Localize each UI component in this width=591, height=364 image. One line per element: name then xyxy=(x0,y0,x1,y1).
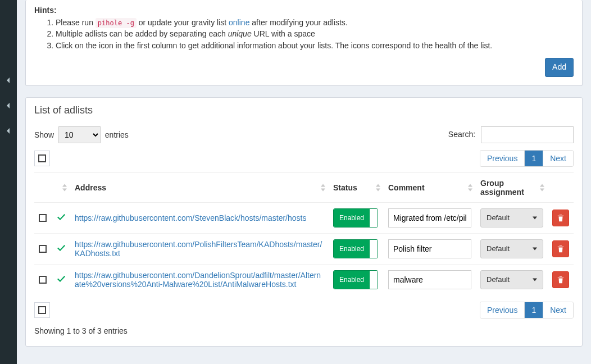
adlists-box: List of adlists Show 10 entries Search: xyxy=(25,97,583,347)
col-delete xyxy=(548,172,574,202)
delete-button[interactable] xyxy=(552,240,569,257)
status-toggle[interactable]: Enabled xyxy=(333,270,378,289)
box-title: List of adlists xyxy=(34,104,574,116)
address-link[interactable]: https://raw.githubusercontent.com/Polish… xyxy=(75,240,322,258)
hint-1: Please run pihole -g or update your grav… xyxy=(56,17,574,28)
hints-box: Hints: Please run pihole -g or update yo… xyxy=(25,0,583,86)
health-icon[interactable] xyxy=(52,264,70,295)
col-address[interactable]: Address xyxy=(70,172,329,202)
row-checkbox[interactable] xyxy=(39,276,47,284)
length-label: Show 10 entries xyxy=(34,130,129,139)
page-1-bottom[interactable]: 1 xyxy=(525,302,543,318)
sidebar-collapsed-item-2[interactable] xyxy=(0,93,17,118)
col-status[interactable]: Status xyxy=(329,172,384,202)
table-info: Showing 1 to 3 of 3 entries xyxy=(34,324,574,338)
search-label: Search: xyxy=(448,130,574,139)
hint-3: Click on the icon in the first column to… xyxy=(56,40,574,51)
comment-input[interactable] xyxy=(388,270,471,289)
col-group[interactable]: Group assignment xyxy=(476,172,548,202)
prev-page[interactable]: Previous xyxy=(480,151,525,166)
comment-input[interactable] xyxy=(388,239,471,258)
online-link[interactable]: online xyxy=(229,18,249,27)
group-select[interactable]: Default xyxy=(480,270,543,289)
hints-list: Please run pihole -g or update your grav… xyxy=(34,17,574,51)
group-select[interactable]: Default xyxy=(480,208,543,228)
table-row: https://raw.githubusercontent.com/Polish… xyxy=(34,233,574,264)
status-toggle[interactable]: Enabled xyxy=(333,208,378,228)
hints-title: Hints: xyxy=(34,6,574,15)
col-comment[interactable]: Comment xyxy=(384,172,476,202)
col-checkbox xyxy=(34,172,52,202)
prev-page-bottom[interactable]: Previous xyxy=(480,302,525,318)
select-all-bottom[interactable] xyxy=(34,302,50,318)
page-1[interactable]: 1 xyxy=(525,151,543,166)
length-select[interactable]: 10 xyxy=(58,126,101,143)
pagination-top: Previous 1 Next xyxy=(480,150,574,167)
address-link[interactable]: https://raw.githubusercontent.com/Dandel… xyxy=(75,271,321,289)
hint-2: Multiple adlists can be added by separat… xyxy=(56,28,574,39)
sidebar xyxy=(0,0,17,364)
delete-button[interactable] xyxy=(552,210,569,226)
table-row: https://raw.githubusercontent.com/Dandel… xyxy=(34,264,574,295)
delete-button[interactable] xyxy=(552,271,569,288)
pagination-bottom: Previous 1 Next xyxy=(480,302,574,319)
row-checkbox[interactable] xyxy=(39,245,47,253)
health-icon[interactable] xyxy=(52,233,70,264)
sidebar-collapsed-item-3[interactable] xyxy=(0,118,17,143)
address-link[interactable]: https://raw.githubusercontent.com/Steven… xyxy=(75,213,306,222)
code-pihole: pihole -g xyxy=(96,18,137,28)
row-checkbox[interactable] xyxy=(39,214,47,222)
add-button[interactable]: Add xyxy=(545,58,574,77)
sidebar-collapsed-item-1[interactable] xyxy=(0,67,17,93)
search-input[interactable] xyxy=(481,126,574,143)
next-page-bottom[interactable]: Next xyxy=(543,302,573,318)
adlists-table: Address Status Comment Group assignment … xyxy=(34,172,574,295)
table-row: https://raw.githubusercontent.com/Steven… xyxy=(34,202,574,233)
next-page[interactable]: Next xyxy=(543,151,573,166)
group-select[interactable]: Default xyxy=(480,239,543,258)
health-icon[interactable] xyxy=(52,202,70,233)
col-health[interactable] xyxy=(52,172,70,202)
comment-input[interactable] xyxy=(388,208,471,228)
select-all-top[interactable] xyxy=(34,151,50,166)
status-toggle[interactable]: Enabled xyxy=(333,239,378,258)
